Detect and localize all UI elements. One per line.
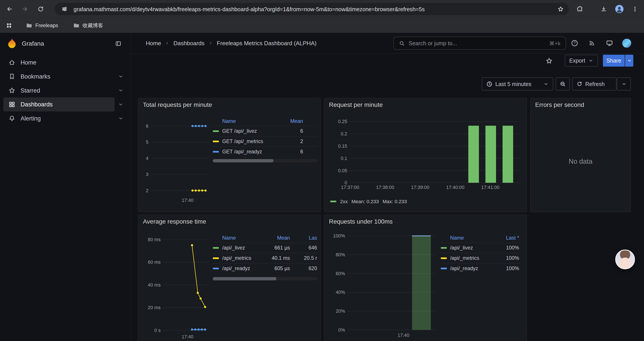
chevron-down-icon [118, 102, 124, 107]
monitor-icon [606, 40, 613, 47]
sidebar-expand-button[interactable] [115, 83, 127, 97]
breadcrumb-item[interactable]: Freeleaps Metrics Dashboard (ALPHA) [217, 40, 316, 47]
scrollbar-thumb[interactable] [213, 159, 274, 162]
share-menu-button[interactable] [625, 55, 633, 67]
chevron-down-icon [118, 74, 124, 79]
breadcrumb-item[interactable]: Home [146, 40, 161, 47]
reload-button[interactable] [34, 3, 47, 16]
chevron-down-icon [118, 88, 124, 93]
svg-text:40%: 40% [336, 290, 345, 295]
under-100ms-legend-table: NameLast */api/_livez100%/api/_metrics10… [440, 233, 520, 273]
favorite-star-button[interactable] [543, 55, 555, 67]
legend-series-name[interactable]: 2xx [340, 199, 348, 204]
profile-button[interactable] [613, 3, 626, 16]
breadcrumb-item[interactable]: Dashboards [174, 40, 204, 47]
paneltoggle-icon [115, 40, 122, 47]
svg-text:17:40: 17:40 [182, 334, 194, 339]
search-input[interactable]: Search or jump to... ⌘+k [394, 37, 566, 50]
svg-text:17:37:00: 17:37:00 [341, 185, 359, 190]
legend-table-scrollbar[interactable] [213, 159, 317, 162]
svg-text:60%: 60% [336, 271, 345, 276]
series-swatch [213, 268, 219, 269]
svg-text:0.15: 0.15 [338, 144, 347, 149]
series-swatch [213, 141, 219, 142]
col-header-name[interactable]: Name [213, 235, 266, 241]
bookmark-icon [8, 73, 16, 80]
sidebar-expand-button[interactable] [115, 97, 127, 112]
bookmark-star-button[interactable] [556, 4, 566, 14]
news-rss-button[interactable] [586, 37, 598, 49]
grid4-icon [8, 101, 16, 108]
star-icon [545, 57, 553, 65]
legend-max: Max: 0.233 [382, 199, 407, 204]
reload-icon [38, 6, 44, 12]
user-avatar[interactable] [622, 39, 631, 48]
legend-table-row[interactable]: GET /api/_readyz6 [213, 146, 317, 157]
kiosk-monitor-button[interactable] [603, 37, 616, 49]
legend-table-row[interactable]: /api/_readyz100% [440, 263, 520, 273]
help-button[interactable]: ? [568, 37, 581, 49]
sidebar-item-label: Home [20, 59, 36, 66]
sidebar-item-label: Bookmarks [20, 73, 50, 80]
svg-text:17:40:00: 17:40:00 [446, 185, 464, 190]
sidebar-expand-button[interactable] [115, 70, 127, 84]
col-header-value[interactable]: Mean [274, 119, 303, 124]
col-header-value[interactable]: Las [290, 235, 317, 241]
chevdown-icon [621, 81, 626, 87]
back-button[interactable] [3, 3, 16, 16]
scrollbar-thumb[interactable] [213, 277, 276, 280]
legend-table-row[interactable]: /api/_metrics40.1 ms20.5 r [213, 253, 317, 263]
svg-text:3: 3 [146, 172, 148, 177]
browser-window: grafana.mathmast.com/d/deytv4rwavabkb/fr… [0, 0, 644, 341]
share-button[interactable]: Share [603, 55, 625, 67]
sidebar-nav: HomeBookmarksStarredDashboardsAlerting [0, 56, 130, 126]
svg-text:2: 2 [146, 188, 148, 193]
legend-table-scrollbar[interactable] [213, 277, 317, 280]
sidebar-item-alerting[interactable]: Alerting [3, 112, 127, 126]
sidebar-item-bookmarks[interactable]: Bookmarks [3, 70, 127, 84]
sidebar-item-starred[interactable]: Starred [3, 83, 127, 97]
svg-text:17:38:00: 17:38:00 [376, 185, 394, 190]
assistant-avatar[interactable] [615, 249, 635, 269]
download-icon [600, 6, 607, 12]
legend-table-row[interactable]: /api/_metrics100% [440, 253, 520, 263]
folder-icon [73, 22, 80, 29]
svg-text:0.05: 0.05 [338, 168, 347, 173]
export-button[interactable]: Export [565, 55, 598, 67]
series-2xx-swatch [330, 201, 336, 202]
browser-menu-button[interactable] [629, 3, 641, 16]
sidebar-item-home[interactable]: Home [3, 56, 127, 70]
svg-text:100%: 100% [333, 233, 345, 238]
help-icon: ? [571, 40, 578, 47]
legend-table-row[interactable]: /api/_livez661 µs646 [213, 242, 317, 253]
sidebar-expand-button[interactable] [115, 112, 127, 126]
extensions-button[interactable] [574, 3, 586, 16]
bookmark-item-blog-folder[interactable]: 收藏博客 [70, 20, 106, 31]
bookmark-item-freeleaps[interactable]: Freeleaps [22, 20, 62, 31]
downloads-button[interactable] [597, 3, 610, 16]
zoom-out-button[interactable] [556, 77, 570, 90]
sidebar-toggle-button[interactable] [113, 38, 124, 49]
legend-table-row[interactable]: /api/_livez100% [440, 242, 520, 253]
site-info-button[interactable] [60, 4, 70, 14]
refresh-button[interactable]: Refresh [572, 77, 616, 90]
col-header-name[interactable]: Name [440, 235, 490, 241]
panel-errors-per-second: Errors per second No data [530, 98, 631, 212]
col-header-value[interactable]: Mean [266, 235, 290, 241]
legend-table-row[interactable]: /api/_readyz605 µs620 [213, 263, 317, 273]
apps-grid-button[interactable] [3, 20, 15, 31]
time-range-picker[interactable]: Last 5 minutes [482, 77, 553, 90]
legend-table-row[interactable]: GET /api/_metrics2 [213, 136, 317, 146]
sidebar-item-dashboards[interactable]: Dashboards [3, 97, 127, 112]
svg-text:80 ms: 80 ms [148, 237, 160, 242]
forward-button[interactable] [18, 3, 32, 16]
url-bar[interactable]: grafana.mathmast.com/d/deytv4rwavabkb/fr… [54, 3, 569, 15]
panel-header[interactable]: Errors per second [531, 98, 630, 111]
col-header-value[interactable]: Last * [490, 235, 519, 241]
refresh-interval-button[interactable] [617, 77, 631, 90]
kebab-icon [632, 6, 638, 12]
grafana-brand[interactable]: Grafana [6, 38, 44, 49]
col-header-name[interactable]: Name [213, 119, 274, 124]
grafana-main: HomeDashboardsFreeleaps Metrics Dashboar… [131, 33, 644, 341]
legend-table-row[interactable]: GET /api/_livez6 [213, 126, 317, 136]
